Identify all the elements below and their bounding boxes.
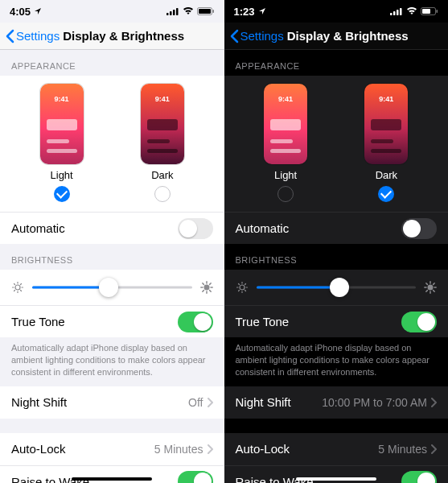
svg-line-12: [14, 284, 15, 285]
svg-rect-2: [173, 10, 175, 15]
preview-time: 9:41: [40, 95, 84, 103]
preview-time: 9:41: [264, 95, 307, 103]
status-time: 1:23: [234, 6, 255, 18]
sun-max-icon: [424, 281, 437, 294]
status-bar: 4:05: [0, 0, 224, 23]
svg-rect-1: [170, 11, 172, 15]
radio-icon: [277, 186, 294, 202]
svg-rect-25: [390, 13, 393, 15]
page-title: Display & Brightness: [60, 29, 219, 43]
night-shift-value: Off: [188, 396, 203, 409]
battery-icon: [197, 7, 215, 15]
svg-rect-3: [176, 8, 179, 15]
home-indicator: [72, 477, 152, 481]
svg-line-22: [209, 291, 211, 292]
appearance-option-light[interactable]: 9:41 Light: [40, 84, 84, 202]
back-button[interactable]: Settings: [5, 29, 60, 43]
radio-icon: [54, 186, 70, 202]
automatic-toggle[interactable]: [178, 218, 213, 239]
auto-lock-row[interactable]: Auto-Lock 5 Minutes: [224, 433, 449, 465]
true-tone-row: True Tone: [224, 305, 449, 337]
appearance-option-dark[interactable]: 9:41 Dark: [141, 84, 184, 202]
appearance-option-label: Dark: [151, 169, 173, 181]
appearance-preview-dark: 9:41: [141, 84, 184, 164]
chevron-left-icon: [5, 29, 14, 43]
page-title: Display & Brightness: [284, 29, 443, 43]
svg-point-32: [240, 285, 245, 290]
svg-point-7: [15, 285, 20, 290]
back-button[interactable]: Settings: [229, 29, 284, 43]
chevron-right-icon: [430, 444, 437, 454]
auto-lock-row[interactable]: Auto-Lock 5 Minutes: [0, 433, 224, 465]
sun-min-icon: [11, 281, 24, 294]
location-icon: [34, 7, 42, 15]
chevron-right-icon: [207, 444, 213, 454]
location-icon: [258, 7, 266, 15]
back-label: Settings: [16, 29, 60, 43]
chevron-right-icon: [430, 398, 437, 407]
raise-to-wake-toggle[interactable]: [401, 471, 437, 483]
svg-point-16: [203, 285, 209, 291]
night-shift-row[interactable]: Night Shift 10:00 PM to 7:00 AM: [224, 386, 449, 419]
night-shift-label: Night Shift: [11, 395, 188, 409]
brightness-slider[interactable]: [32, 278, 192, 297]
cell-signal-icon: [166, 7, 179, 15]
brightness-row: [0, 270, 224, 305]
svg-line-21: [202, 283, 203, 285]
svg-line-49: [434, 283, 435, 285]
status-bar: 1:23: [224, 0, 449, 23]
brightness-slider[interactable]: [257, 278, 417, 297]
night-shift-row[interactable]: Night Shift Off: [0, 386, 224, 419]
svg-line-39: [238, 291, 239, 291]
true-tone-note: Automatically adapt iPhone display based…: [224, 337, 449, 386]
true-tone-row: True Tone: [0, 305, 224, 337]
brightness-header: BRIGHTNESS: [224, 244, 449, 270]
automatic-toggle[interactable]: [401, 218, 437, 239]
svg-line-47: [434, 291, 435, 292]
nav-bar: Settings Display & Brightness: [0, 23, 224, 50]
svg-line-46: [426, 283, 428, 285]
phone-dark: 1:23 Settings Display & Brightness APPEA…: [224, 0, 449, 483]
true-tone-note: Automatically adapt iPhone display based…: [0, 337, 224, 386]
appearance-option-dark[interactable]: 9:41 Dark: [364, 84, 408, 202]
appearance-preview-light: 9:41: [40, 84, 84, 164]
svg-rect-6: [212, 10, 214, 13]
svg-line-37: [238, 284, 239, 285]
true-tone-toggle[interactable]: [401, 312, 437, 332]
appearance-option-label: Light: [51, 169, 73, 181]
sun-max-icon: [200, 281, 213, 294]
true-tone-label: True Tone: [11, 315, 178, 328]
appearance-header: APPEARANCE: [0, 50, 224, 76]
svg-line-23: [202, 291, 203, 292]
svg-rect-27: [397, 10, 399, 15]
appearance-header: APPEARANCE: [224, 50, 449, 76]
svg-rect-28: [400, 8, 402, 15]
content: APPEARANCE 9:41 Light 9:41 Dark Autom: [224, 50, 449, 483]
automatic-label: Automatic: [236, 221, 402, 235]
preview-time: 9:41: [364, 95, 408, 103]
auto-lock-label: Auto-Lock: [11, 442, 154, 456]
automatic-row: Automatic: [224, 212, 449, 244]
svg-rect-26: [393, 11, 396, 15]
night-shift-label: Night Shift: [236, 395, 323, 409]
appearance-picker: 9:41 Light 9:41 Dark: [0, 76, 224, 212]
svg-line-24: [209, 283, 211, 285]
auto-lock-value: 5 Minutes: [378, 443, 427, 456]
raise-to-wake-toggle[interactable]: [178, 471, 213, 483]
appearance-preview-light: 9:41: [264, 84, 307, 164]
auto-lock-value: 5 Minutes: [154, 443, 203, 456]
appearance-option-light[interactable]: 9:41 Light: [264, 84, 307, 202]
true-tone-toggle[interactable]: [178, 312, 213, 332]
back-label: Settings: [240, 29, 284, 43]
svg-line-14: [14, 291, 15, 291]
appearance-option-label: Light: [274, 169, 297, 181]
svg-point-41: [428, 285, 434, 291]
wifi-icon: [406, 7, 417, 15]
svg-rect-0: [166, 13, 169, 15]
svg-rect-30: [422, 9, 430, 14]
brightness-header: BRIGHTNESS: [0, 244, 224, 270]
svg-line-40: [245, 284, 245, 285]
chevron-right-icon: [207, 398, 213, 407]
svg-rect-31: [437, 10, 438, 13]
sun-min-icon: [236, 281, 249, 294]
